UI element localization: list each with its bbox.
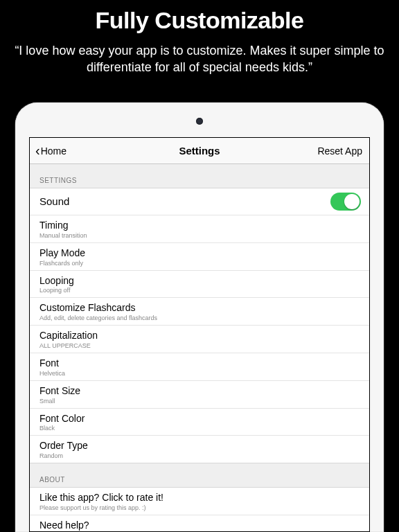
hero-banner: Fully Customizable “I love how easy your… [0,0,399,82]
row-help[interactable]: Need help? Email: support@alligatorapps.… [30,515,369,531]
row-help-label: Need help? [39,520,360,531]
row-fontcolor-sub: Black [39,425,360,432]
back-button[interactable]: ‹ Home [35,138,66,163]
row-playmode[interactable]: Play Mode Flashcards only [30,243,369,271]
reset-button[interactable]: Reset App [317,138,362,163]
row-font[interactable]: Font Helvetica [30,353,369,381]
row-capitalization-sub: ALL UPPERCASE [39,342,360,349]
row-capitalization-label: Capitalization [39,330,360,342]
row-playmode-label: Play Mode [39,247,360,259]
toggle-knob-icon [344,194,360,209]
row-fontsize[interactable]: Font Size Small [30,381,369,409]
row-ordertype-sub: Random [39,452,360,459]
section-header-settings: SETTINGS [30,164,369,188]
row-timing-sub: Manual transition [39,232,360,239]
row-fontsize-label: Font Size [39,385,360,397]
row-fontcolor[interactable]: Font Color Black [30,409,369,436]
hero-quote: “I love how easy your app is to customiz… [12,42,387,76]
about-group: Like this app? Click to rate it! Please … [30,487,369,531]
row-capitalization[interactable]: Capitalization ALL UPPERCASE [30,326,369,353]
row-sound[interactable]: Sound [30,188,369,215]
row-rate-label: Like this app? Click to rate it! [39,492,360,504]
row-looping-sub: Looping off [39,287,360,294]
row-font-sub: Helvetica [39,370,360,377]
row-fontsize-sub: Small [39,398,360,405]
section-header-about: ABOUT [30,463,369,487]
row-timing[interactable]: Timing Manual transition [30,215,369,243]
row-looping-label: Looping [39,275,360,287]
row-ordertype[interactable]: Order Type Random [30,436,369,463]
chevron-left-icon: ‹ [35,143,40,157]
row-font-label: Font [39,357,360,369]
navbar: ‹ Home Settings Reset App [30,138,369,164]
row-rate[interactable]: Like this app? Click to rate it! Please … [30,488,369,515]
camera-icon [196,118,203,125]
row-customize-sub: Add, edit, delete categories and flashca… [39,314,360,321]
row-customize[interactable]: Customize Flashcards Add, edit, delete c… [30,298,369,326]
settings-content: SETTINGS Sound Timing Manual transition … [30,164,369,531]
row-timing-label: Timing [39,220,360,231]
reset-label: Reset App [317,145,362,157]
row-ordertype-label: Order Type [39,440,360,452]
row-looping[interactable]: Looping Looping off [30,271,369,299]
row-customize-label: Customize Flashcards [39,302,360,314]
row-sound-label: Sound [39,195,360,208]
back-label: Home [41,145,66,157]
settings-group: Sound Timing Manual transition Play Mode… [30,188,369,463]
device-screen: ‹ Home Settings Reset App SETTINGS Sound… [29,137,370,532]
tablet-frame: ‹ Home Settings Reset App SETTINGS Sound… [15,103,384,532]
hero-title: Fully Customizable [12,7,387,34]
page-title: Settings [179,145,220,157]
sound-toggle[interactable] [330,193,361,211]
row-fontcolor-label: Font Color [39,413,360,425]
row-playmode-sub: Flashcards only [39,260,360,267]
row-rate-sub: Please support us by rating this app. :) [39,504,360,511]
